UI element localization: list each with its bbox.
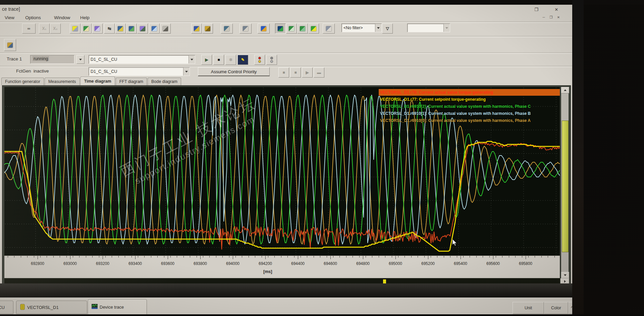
connect-online-button[interactable] (191, 24, 202, 34)
export-diagram-button[interactable] (323, 24, 335, 34)
edit-trace-button[interactable]: ✎ (237, 55, 248, 65)
minor-tick (235, 256, 236, 258)
tab-fft-diagram[interactable]: FFT diagram (116, 78, 147, 85)
restore-window-button[interactable]: ❐ (532, 7, 541, 13)
minor-tick (157, 256, 158, 258)
trace-status-combobox[interactable]: running (30, 55, 74, 64)
chevron-down-icon[interactable] (375, 24, 381, 32)
minor-tick (294, 256, 294, 258)
trace-overview-button[interactable] (4, 39, 16, 51)
legend-row[interactable]: VECTORSL_D1.r77: Current setpoint torque… (379, 96, 486, 103)
new-trace-config-button[interactable] (70, 24, 80, 34)
minor-tick (372, 256, 372, 258)
fctgen-start-button-glyph: ▶ (306, 70, 309, 75)
chevron-down-icon[interactable] (443, 24, 450, 32)
major-tick (363, 256, 363, 259)
scroll-down-button[interactable] (561, 272, 569, 278)
legend-row[interactable]: VECTORSL_D1.r6910[0]: Current actual val… (379, 117, 531, 124)
edit-filter-button[interactable]: ▽ (382, 24, 393, 34)
open-trace-button[interactable] (81, 24, 92, 34)
major-tick (135, 256, 136, 259)
menu-help[interactable]: Help (79, 15, 91, 20)
bottom-tab-device-trace[interactable]: Device trace (88, 299, 147, 314)
trace-options-button[interactable]: ✱ (225, 55, 236, 65)
x2-axis-button[interactable]: X₂ (50, 24, 61, 34)
fctgen-stop2-button[interactable]: ■ (290, 67, 301, 78)
tab-time-diagram[interactable]: Time diagram (80, 77, 115, 85)
x-tick-label: 695600 (481, 261, 505, 266)
menu-options[interactable]: Options (24, 15, 42, 20)
chevron-down-icon[interactable] (183, 67, 190, 76)
major-tick (428, 256, 428, 259)
trace-device-combobox[interactable]: D1_C_SL_CU (89, 55, 195, 64)
minor-tick (470, 256, 470, 258)
fctgen-start-button[interactable]: ▶ (302, 67, 313, 78)
download-chart-button[interactable] (126, 24, 137, 34)
status-dot-icon (270, 57, 273, 59)
minor-tick (359, 256, 360, 258)
align-cursors-button[interactable]: ↹ (104, 24, 115, 34)
fctgen-device-combobox[interactable]: D1_C_SL_CU (89, 67, 190, 76)
fft-diagram-view-button[interactable] (286, 24, 297, 34)
bottom-tab-vectorsl_d1[interactable]: VECTORSL_D1 (16, 301, 87, 314)
major-tick (461, 256, 461, 259)
horizontal-scroll-strip[interactable] (4, 278, 560, 284)
menu-view[interactable]: View (3, 15, 16, 20)
legend-row[interactable]: VECTORSL_D1.r6910[1]: Current actual val… (379, 110, 531, 117)
x-tick-label: 695200 (416, 261, 440, 266)
trace-status-dropdown-button[interactable] (76, 55, 85, 64)
time-diagram-view-button[interactable] (275, 24, 286, 34)
bode-diagram-view-button[interactable] (297, 24, 308, 34)
zoom-selection-button[interactable] (221, 24, 233, 34)
toolbar-group (407, 24, 450, 32)
menu-window[interactable]: Window (53, 15, 71, 20)
duplicate-chart-button[interactable] (137, 24, 148, 34)
bottom-tab-cu[interactable]: CU (0, 301, 13, 314)
close-window-button[interactable]: ✕ (552, 7, 561, 13)
fctgen-record-button[interactable]: ▬ (314, 67, 324, 78)
minor-tick (105, 256, 106, 258)
upload-chart-button[interactable] (115, 24, 126, 34)
start-trace-button-glyph: ▶ (205, 57, 208, 62)
vertical-scrollbar[interactable] (561, 87, 569, 278)
mdi-minimize-button[interactable]: ─ (541, 15, 547, 20)
chart-plot-area[interactable]: 西门子工业 技术论坛 support.industry.siemens.com … (4, 87, 560, 256)
x-tick-label: 694000 (221, 261, 245, 266)
load-to-pg-button[interactable] (202, 24, 213, 34)
start-trace-button[interactable]: ▶ (201, 55, 212, 65)
x2-axis-button-glyph: X₂ (53, 26, 57, 31)
refresh-diagram-button[interactable] (308, 24, 319, 34)
scroll-up-button[interactable] (561, 87, 569, 93)
mdi-close-button[interactable]: ✕ (555, 15, 561, 20)
copy-trace-button[interactable] (92, 24, 103, 34)
table-header-unit[interactable]: Unit (513, 302, 544, 314)
trace-status-gray-button[interactable] (266, 55, 277, 65)
assume-control-priority-button[interactable]: Assume Control Priority (198, 67, 270, 76)
minor-tick (144, 256, 145, 258)
stop-trace-button[interactable]: ■ (213, 55, 224, 65)
table-scroll-up-button[interactable]: ^ (568, 302, 572, 314)
measurement-cursor-button[interactable] (239, 24, 252, 34)
search-combobox[interactable] (407, 24, 450, 32)
fctgen-record-button-glyph: ▬ (317, 70, 321, 75)
legend-row[interactable]: VECTORSL_D1.r6910[2]: Current actual val… (379, 103, 531, 110)
minor-tick (125, 256, 125, 258)
trigger-position-marker[interactable] (383, 279, 386, 284)
legend-row[interactable]: VECTORSL_D1.r78: Current actual value to… (379, 89, 560, 96)
display-options-button[interactable] (149, 24, 160, 34)
print-button[interactable] (160, 24, 171, 34)
table-header-color[interactable]: Color (544, 302, 568, 314)
x1-axis-button[interactable]: X₁ (39, 24, 50, 34)
minor-tick (528, 256, 529, 258)
tab-function-generator[interactable]: Function generator (1, 78, 44, 85)
filter-combobox[interactable]: <No filter> (341, 24, 382, 32)
fctgen-stop1-button[interactable]: ■ (278, 67, 289, 78)
tab-measurements[interactable]: Measurements (45, 78, 80, 85)
tab-bode-diagram[interactable]: Bode diagram (148, 78, 181, 85)
trace-status-red-button[interactable] (254, 55, 265, 65)
signal-assignment-button[interactable] (258, 24, 270, 34)
mdi-restore-button[interactable]: ❐ (548, 15, 554, 20)
chevron-down-icon[interactable] (189, 55, 195, 63)
link-signals-button[interactable]: ∞ (22, 24, 36, 34)
vertical-scroll-thumb[interactable] (562, 121, 569, 252)
